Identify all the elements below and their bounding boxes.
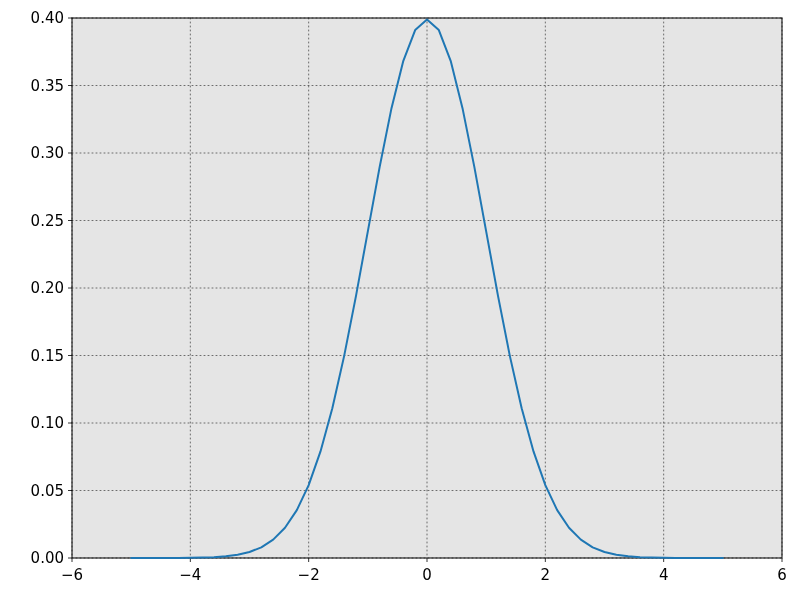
y-tick-label: 0.25 (31, 212, 64, 230)
x-tick-label: 2 (541, 566, 551, 584)
y-tick-label: 0.05 (31, 482, 64, 500)
figure: −6−4−202460.000.050.100.150.200.250.300.… (0, 0, 800, 600)
y-tick-label: 0.00 (31, 549, 64, 567)
x-tick-label: 6 (777, 566, 787, 584)
x-tick-label: −2 (298, 566, 320, 584)
y-tick-label: 0.35 (31, 77, 64, 95)
series-line (131, 19, 723, 558)
y-tick-label: 0.10 (31, 414, 64, 432)
y-tick-label: 0.30 (31, 144, 64, 162)
x-tick-label: 4 (659, 566, 669, 584)
x-tick-label: 0 (422, 566, 432, 584)
x-tick-label: −6 (61, 566, 83, 584)
plot-svg (0, 0, 800, 600)
x-tick-label: −4 (179, 566, 201, 584)
y-tick-label: 0.20 (31, 279, 64, 297)
y-tick-label: 0.15 (31, 347, 64, 365)
y-tick-label: 0.40 (31, 9, 64, 27)
